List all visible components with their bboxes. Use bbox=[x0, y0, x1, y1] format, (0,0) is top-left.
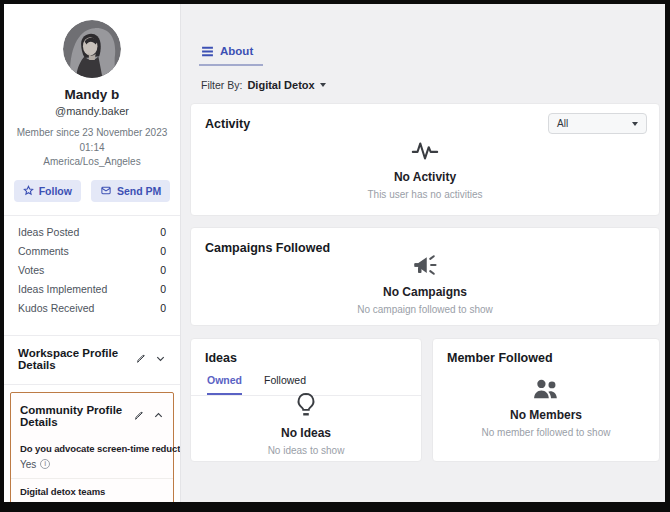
caret-down-icon bbox=[320, 83, 326, 87]
member-followed-title: Member Followed bbox=[447, 351, 645, 365]
activity-empty-title: No Activity bbox=[394, 170, 456, 184]
stat-row-ideas-implemented: Ideas Implemented 0 bbox=[18, 280, 166, 299]
follow-label: Follow bbox=[39, 185, 72, 197]
ideas-card: Ideas Owned Followed No Ideas No ideas t… bbox=[190, 338, 422, 462]
activity-filter-select[interactable]: All bbox=[548, 113, 647, 134]
activity-filter-value: All bbox=[557, 118, 568, 129]
member-since: Member since 23 November 2023 01:14 Amer… bbox=[4, 126, 180, 170]
field-answer: Workshop team bbox=[20, 502, 90, 503]
community-field-detox-teams: Digital detox teams Workshop team i bbox=[11, 478, 173, 503]
profile-username: @mandy.baker bbox=[4, 105, 180, 117]
campaigns-empty-title: No Campaigns bbox=[383, 285, 467, 299]
ideas-tab-followed[interactable]: Followed bbox=[264, 374, 306, 395]
ideas-empty-state: No Ideas No ideas to show bbox=[191, 387, 421, 461]
filter-dropdown[interactable]: Digital Detox bbox=[247, 79, 325, 91]
stat-row-votes: Votes 0 bbox=[18, 261, 166, 280]
send-pm-label: Send PM bbox=[117, 185, 161, 197]
community-profile-section: Community Profile Details Do you advocat… bbox=[10, 392, 174, 503]
filter-row: Filter By: Digital Detox bbox=[201, 79, 660, 91]
megaphone-icon bbox=[411, 253, 439, 277]
stat-value: 0 bbox=[160, 245, 166, 257]
avatar bbox=[63, 20, 121, 78]
bottom-cards-row: Ideas Owned Followed No Ideas No ideas t… bbox=[190, 338, 660, 462]
ideas-tabs: Owned Followed bbox=[191, 374, 421, 396]
filter-by-label: Filter By: bbox=[201, 79, 242, 91]
community-profile-title: Community Profile Details bbox=[20, 404, 134, 428]
member-timezone: America/Los_Angeles bbox=[12, 155, 172, 170]
profile-name: Mandy b bbox=[4, 87, 180, 102]
stat-row-kudos-received: Kudos Received 0 bbox=[18, 299, 166, 318]
profile-page: Mandy b @mandy.baker Member since 23 Nov… bbox=[4, 4, 665, 502]
stat-row-ideas-posted: Ideas Posted 0 bbox=[18, 223, 166, 242]
people-icon bbox=[531, 378, 561, 400]
profile-stats: Ideas Posted 0 Comments 0 Votes 0 Ideas … bbox=[4, 216, 180, 322]
ideas-empty-title: No Ideas bbox=[281, 426, 331, 440]
tab-bar: About bbox=[199, 42, 660, 66]
workspace-profile-section-header[interactable]: Workspace Profile Details bbox=[4, 336, 180, 382]
member-followed-card: Member Followed No Members No member fol… bbox=[432, 338, 660, 462]
stat-value: 0 bbox=[160, 226, 166, 238]
field-question: Digital detox teams bbox=[20, 486, 164, 497]
pulse-icon bbox=[410, 138, 440, 162]
divider bbox=[4, 384, 180, 385]
tab-about[interactable]: About bbox=[199, 42, 263, 66]
community-field-screen-time: Do you advocate screen-time reduction? Y… bbox=[11, 436, 173, 478]
chevron-up-icon[interactable] bbox=[153, 410, 164, 421]
members-empty-subtitle: No member followed to show bbox=[482, 427, 611, 438]
edit-pencil-icon[interactable] bbox=[136, 354, 146, 364]
activity-card: Activity All No Activity This user has n… bbox=[190, 103, 660, 216]
profile-sidebar: Mandy b @mandy.baker Member since 23 Nov… bbox=[4, 4, 181, 502]
stat-label: Comments bbox=[18, 245, 69, 257]
star-icon bbox=[23, 185, 34, 196]
ideas-tab-owned[interactable]: Owned bbox=[207, 374, 242, 395]
member-since-text: Member since 23 November 2023 01:14 bbox=[12, 126, 172, 155]
workspace-profile-title: Workspace Profile Details bbox=[18, 347, 136, 371]
campaigns-title: Campaigns Followed bbox=[205, 241, 645, 255]
stat-row-comments: Comments 0 bbox=[18, 242, 166, 261]
stat-value: 0 bbox=[160, 302, 166, 314]
tab-about-label: About bbox=[220, 45, 253, 57]
community-profile-section-header[interactable]: Community Profile Details bbox=[11, 395, 173, 436]
send-pm-button[interactable]: Send PM bbox=[91, 180, 170, 202]
stat-label: Ideas Posted bbox=[18, 226, 79, 238]
main-content: About Filter By: Digital Detox Activity … bbox=[181, 4, 665, 502]
field-question: Do you advocate screen-time reduction? bbox=[20, 443, 164, 454]
follow-button[interactable]: Follow bbox=[14, 180, 81, 202]
filter-dropdown-value: Digital Detox bbox=[247, 79, 314, 91]
campaigns-empty-subtitle: No campaign followed to show bbox=[357, 304, 493, 315]
stat-value: 0 bbox=[160, 283, 166, 295]
info-icon[interactable]: i bbox=[40, 459, 50, 469]
field-answer: Yes bbox=[20, 459, 36, 470]
chevron-down-icon[interactable] bbox=[155, 353, 166, 364]
members-empty-state: No Members No member followed to show bbox=[433, 355, 659, 461]
stat-label: Ideas Implemented bbox=[18, 283, 107, 295]
mail-icon bbox=[100, 185, 112, 196]
list-menu-icon bbox=[201, 46, 214, 57]
stat-label: Kudos Received bbox=[18, 302, 94, 314]
stat-label: Votes bbox=[18, 264, 44, 276]
activity-empty-state: No Activity This user has no activities bbox=[191, 122, 659, 215]
app-window: Mandy b @mandy.baker Member since 23 Nov… bbox=[0, 0, 670, 512]
members-empty-title: No Members bbox=[510, 408, 582, 422]
caret-down-icon bbox=[632, 122, 638, 126]
activity-empty-subtitle: This user has no activities bbox=[367, 189, 482, 200]
stat-value: 0 bbox=[160, 264, 166, 276]
edit-pencil-icon[interactable] bbox=[134, 411, 144, 421]
ideas-empty-subtitle: No ideas to show bbox=[268, 445, 345, 456]
campaigns-followed-card: Campaigns Followed No Campaigns No campa… bbox=[190, 227, 660, 326]
ideas-title: Ideas bbox=[205, 351, 407, 365]
